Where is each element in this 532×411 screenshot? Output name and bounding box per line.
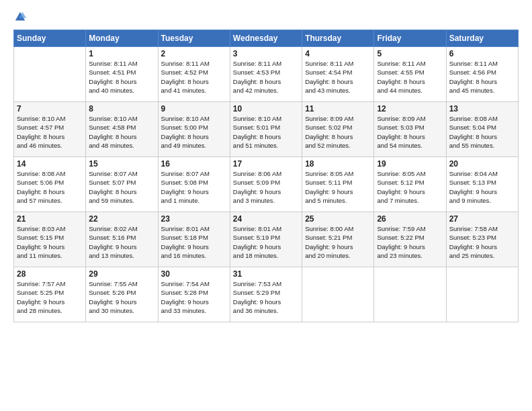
day-cell: 17Sunrise: 8:06 AM Sunset: 5:09 PM Dayli…	[230, 157, 302, 212]
day-number: 28	[17, 269, 83, 279]
day-header-monday: Monday	[86, 30, 158, 47]
day-cell: 20Sunrise: 8:04 AM Sunset: 5:13 PM Dayli…	[446, 157, 518, 212]
day-cell: 11Sunrise: 8:09 AM Sunset: 5:02 PM Dayli…	[302, 102, 374, 157]
day-info: Sunrise: 8:10 AM Sunset: 5:01 PM Dayligh…	[233, 114, 299, 150]
day-cell: 29Sunrise: 7:55 AM Sunset: 5:26 PM Dayli…	[86, 267, 158, 322]
day-number: 2	[161, 49, 227, 58]
day-cell: 5Sunrise: 8:11 AM Sunset: 4:55 PM Daylig…	[374, 47, 446, 102]
day-cell	[302, 267, 374, 322]
week-row-2: 7Sunrise: 8:10 AM Sunset: 4:57 PM Daylig…	[14, 102, 519, 157]
day-header-tuesday: Tuesday	[158, 30, 230, 47]
day-number: 17	[233, 159, 299, 169]
day-number: 6	[449, 49, 515, 58]
day-number: 16	[161, 159, 227, 169]
week-row-5: 28Sunrise: 7:57 AM Sunset: 5:25 PM Dayli…	[14, 267, 519, 322]
day-info: Sunrise: 7:59 AM Sunset: 5:22 PM Dayligh…	[377, 224, 443, 260]
day-number: 18	[305, 159, 371, 169]
day-number: 27	[449, 214, 515, 224]
day-info: Sunrise: 8:01 AM Sunset: 5:18 PM Dayligh…	[161, 224, 227, 260]
day-number: 5	[377, 49, 443, 58]
day-number: 12	[377, 104, 443, 113]
day-info: Sunrise: 8:10 AM Sunset: 4:57 PM Dayligh…	[17, 114, 83, 150]
day-number: 14	[17, 159, 83, 169]
day-cell: 30Sunrise: 7:54 AM Sunset: 5:28 PM Dayli…	[158, 267, 230, 322]
week-row-3: 14Sunrise: 8:08 AM Sunset: 5:06 PM Dayli…	[14, 157, 519, 212]
day-number: 25	[305, 214, 371, 224]
calendar-table: SundayMondayTuesdayWednesdayThursdayFrid…	[13, 30, 519, 322]
day-number: 11	[305, 104, 371, 113]
day-cell: 6Sunrise: 8:11 AM Sunset: 4:56 PM Daylig…	[446, 47, 518, 102]
day-number: 23	[161, 214, 227, 224]
day-number: 22	[89, 214, 154, 224]
day-header-saturday: Saturday	[446, 30, 518, 47]
day-info: Sunrise: 8:07 AM Sunset: 5:07 PM Dayligh…	[89, 169, 154, 205]
day-number: 24	[233, 214, 299, 224]
day-cell: 4Sunrise: 8:11 AM Sunset: 4:54 PM Daylig…	[302, 47, 374, 102]
day-cell: 26Sunrise: 7:59 AM Sunset: 5:22 PM Dayli…	[374, 212, 446, 267]
day-cell: 16Sunrise: 8:07 AM Sunset: 5:08 PM Dayli…	[158, 157, 230, 212]
day-cell: 7Sunrise: 8:10 AM Sunset: 4:57 PM Daylig…	[14, 102, 86, 157]
day-cell	[446, 267, 518, 322]
day-cell	[374, 267, 446, 322]
day-cell: 13Sunrise: 8:08 AM Sunset: 5:04 PM Dayli…	[446, 102, 518, 157]
day-cell: 8Sunrise: 8:10 AM Sunset: 4:58 PM Daylig…	[86, 102, 158, 157]
day-header-sunday: Sunday	[14, 30, 86, 47]
day-cell: 12Sunrise: 8:09 AM Sunset: 5:03 PM Dayli…	[374, 102, 446, 157]
day-cell: 2Sunrise: 8:11 AM Sunset: 4:52 PM Daylig…	[158, 47, 230, 102]
day-number: 31	[233, 269, 299, 279]
calendar-page: SundayMondayTuesdayWednesdayThursdayFrid…	[0, 0, 532, 411]
day-number: 21	[17, 214, 83, 224]
day-number: 26	[377, 214, 443, 224]
day-cell: 22Sunrise: 8:02 AM Sunset: 5:16 PM Dayli…	[86, 212, 158, 267]
day-info: Sunrise: 8:11 AM Sunset: 4:56 PM Dayligh…	[449, 59, 515, 95]
day-number: 4	[305, 49, 371, 58]
day-number: 30	[161, 269, 227, 279]
day-info: Sunrise: 8:00 AM Sunset: 5:21 PM Dayligh…	[305, 224, 371, 260]
day-number: 13	[449, 104, 515, 113]
day-cell: 25Sunrise: 8:00 AM Sunset: 5:21 PM Dayli…	[302, 212, 374, 267]
day-number: 9	[161, 104, 227, 113]
day-info: Sunrise: 8:06 AM Sunset: 5:09 PM Dayligh…	[233, 169, 299, 205]
day-cell: 21Sunrise: 8:03 AM Sunset: 5:15 PM Dayli…	[14, 212, 86, 267]
day-info: Sunrise: 8:08 AM Sunset: 5:04 PM Dayligh…	[449, 114, 515, 150]
day-cell: 15Sunrise: 8:07 AM Sunset: 5:07 PM Dayli…	[86, 157, 158, 212]
day-info: Sunrise: 8:11 AM Sunset: 4:52 PM Dayligh…	[161, 59, 227, 95]
day-number: 19	[377, 159, 443, 169]
day-number: 8	[89, 104, 154, 113]
day-info: Sunrise: 8:10 AM Sunset: 4:58 PM Dayligh…	[89, 114, 154, 150]
header	[13, 11, 519, 23]
day-number: 10	[233, 104, 299, 113]
day-info: Sunrise: 7:57 AM Sunset: 5:25 PM Dayligh…	[17, 279, 83, 315]
day-cell: 23Sunrise: 8:01 AM Sunset: 5:18 PM Dayli…	[158, 212, 230, 267]
week-row-1: 1Sunrise: 8:11 AM Sunset: 4:51 PM Daylig…	[14, 47, 519, 102]
header-row: SundayMondayTuesdayWednesdayThursdayFrid…	[14, 30, 519, 47]
day-info: Sunrise: 8:11 AM Sunset: 4:51 PM Dayligh…	[89, 59, 154, 95]
day-cell: 24Sunrise: 8:01 AM Sunset: 5:19 PM Dayli…	[230, 212, 302, 267]
day-cell: 14Sunrise: 8:08 AM Sunset: 5:06 PM Dayli…	[14, 157, 86, 212]
logo	[13, 11, 27, 23]
day-info: Sunrise: 8:11 AM Sunset: 4:55 PM Dayligh…	[377, 59, 443, 95]
day-info: Sunrise: 8:02 AM Sunset: 5:16 PM Dayligh…	[89, 224, 154, 260]
day-info: Sunrise: 8:11 AM Sunset: 4:53 PM Dayligh…	[233, 59, 299, 95]
day-cell: 31Sunrise: 7:53 AM Sunset: 5:29 PM Dayli…	[230, 267, 302, 322]
day-info: Sunrise: 8:01 AM Sunset: 5:19 PM Dayligh…	[233, 224, 299, 260]
day-header-wednesday: Wednesday	[230, 30, 302, 47]
day-header-friday: Friday	[374, 30, 446, 47]
day-info: Sunrise: 8:07 AM Sunset: 5:08 PM Dayligh…	[161, 169, 227, 205]
day-cell: 18Sunrise: 8:05 AM Sunset: 5:11 PM Dayli…	[302, 157, 374, 212]
day-number: 7	[17, 104, 83, 113]
day-cell: 19Sunrise: 8:05 AM Sunset: 5:12 PM Dayli…	[374, 157, 446, 212]
day-cell: 27Sunrise: 7:58 AM Sunset: 5:23 PM Dayli…	[446, 212, 518, 267]
day-info: Sunrise: 8:04 AM Sunset: 5:13 PM Dayligh…	[449, 169, 515, 205]
day-cell: 3Sunrise: 8:11 AM Sunset: 4:53 PM Daylig…	[230, 47, 302, 102]
logo-icon	[14, 11, 26, 23]
day-info: Sunrise: 7:54 AM Sunset: 5:28 PM Dayligh…	[161, 279, 227, 315]
day-number: 20	[449, 159, 515, 169]
day-cell: 9Sunrise: 8:10 AM Sunset: 5:00 PM Daylig…	[158, 102, 230, 157]
day-cell: 1Sunrise: 8:11 AM Sunset: 4:51 PM Daylig…	[86, 47, 158, 102]
day-info: Sunrise: 8:05 AM Sunset: 5:12 PM Dayligh…	[377, 169, 443, 205]
day-info: Sunrise: 8:11 AM Sunset: 4:54 PM Dayligh…	[305, 59, 371, 95]
day-info: Sunrise: 8:09 AM Sunset: 5:02 PM Dayligh…	[305, 114, 371, 150]
day-info: Sunrise: 8:05 AM Sunset: 5:11 PM Dayligh…	[305, 169, 371, 205]
day-number: 29	[89, 269, 154, 279]
